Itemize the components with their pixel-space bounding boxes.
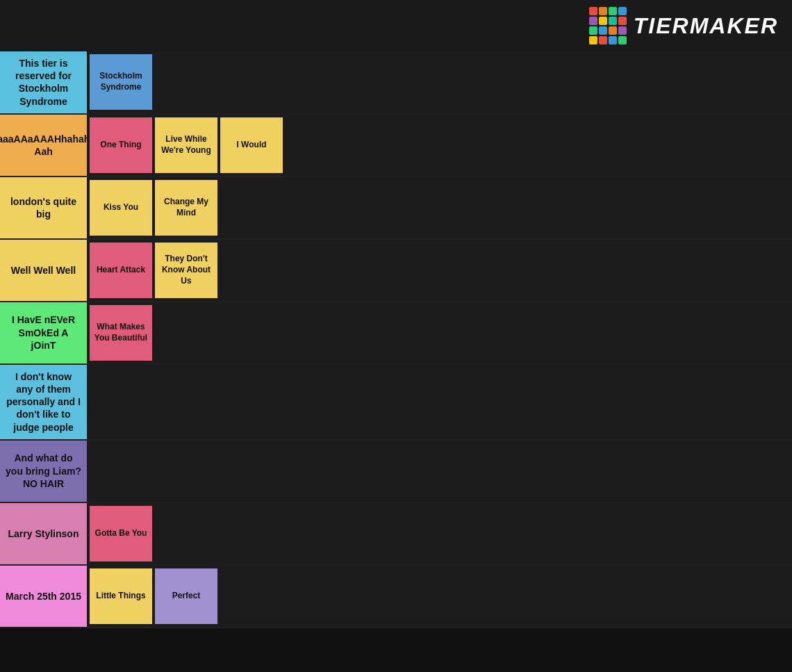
logo-cell-12 xyxy=(589,36,597,44)
logo-cell-0 xyxy=(589,7,597,15)
tier-item[interactable]: What Makes You Beautiful xyxy=(90,305,152,361)
tier-items: Gotta Be You xyxy=(87,503,792,564)
tier-item[interactable]: I Would xyxy=(220,117,283,173)
logo-cell-2 xyxy=(609,7,617,15)
tier-label: AaaaAAaAAAHhahahA Aah xyxy=(0,115,87,176)
logo-cell-1 xyxy=(599,7,607,15)
tier-row: March 25th 2015Little ThingsPerfect xyxy=(0,566,792,628)
tier-items: Stockholm Syndrome xyxy=(87,51,792,113)
tier-row: Well Well WellHeart AttackThey Don't Kno… xyxy=(0,240,792,302)
logo-cell-3 xyxy=(618,7,627,15)
tier-item[interactable]: Little Things xyxy=(90,568,152,624)
tier-item[interactable]: Heart Attack xyxy=(90,243,152,298)
tier-row: london's quite bigKiss YouChange My Mind xyxy=(0,177,792,240)
tier-item[interactable]: One Thing xyxy=(90,117,152,173)
tier-list: This tier is reserved for Stockholm Synd… xyxy=(0,51,792,628)
logo-cell-7 xyxy=(618,17,627,25)
logo-cell-8 xyxy=(589,26,597,35)
logo-cell-10 xyxy=(609,26,617,35)
header: TiERMAKER xyxy=(0,0,792,51)
logo-grid xyxy=(589,7,627,44)
tier-row: AaaaAAaAAAHhahahA AahOne ThingLive While… xyxy=(0,115,792,177)
tier-label: I don't know any of them personally and … xyxy=(0,365,87,439)
logo-cell-15 xyxy=(618,36,627,44)
tier-row: This tier is reserved for Stockholm Synd… xyxy=(0,51,792,115)
tier-item[interactable]: Live While We're Young xyxy=(155,117,217,173)
tier-item[interactable]: They Don't Know About Us xyxy=(155,243,217,298)
logo-cell-11 xyxy=(618,26,627,35)
logo-cell-5 xyxy=(599,17,607,25)
tier-label: Well Well Well xyxy=(0,240,87,301)
logo-cell-14 xyxy=(609,36,617,44)
tier-row: Larry StylinsonGotta Be You xyxy=(0,503,792,566)
tier-item[interactable]: Stockholm Syndrome xyxy=(90,54,152,110)
tier-row: I HavE nEVeR SmOkEd A jOinTWhat Makes Yo… xyxy=(0,302,792,365)
tier-label: london's quite big xyxy=(0,177,87,238)
tier-items: Heart AttackThey Don't Know About Us xyxy=(87,240,792,301)
tier-label: And what do you bring Liam? NO HAIR xyxy=(0,441,87,502)
tier-label: I HavE nEVeR SmOkEd A jOinT xyxy=(0,302,87,363)
logo-cell-9 xyxy=(599,26,607,35)
tier-item[interactable]: Change My Mind xyxy=(155,180,217,236)
tier-items: What Makes You Beautiful xyxy=(87,302,792,363)
tier-item[interactable]: Gotta Be You xyxy=(90,506,152,562)
tier-items: Kiss YouChange My Mind xyxy=(87,177,792,238)
tier-items: Little ThingsPerfect xyxy=(87,566,792,627)
tier-items: One ThingLive While We're YoungI Would xyxy=(87,115,792,176)
logo-text: TiERMAKER xyxy=(634,13,778,39)
tier-item[interactable]: Perfect xyxy=(155,568,217,624)
tier-items xyxy=(87,441,792,502)
tier-row: I don't know any of them personally and … xyxy=(0,365,792,441)
tier-label: This tier is reserved for Stockholm Synd… xyxy=(0,51,87,113)
tier-label: March 25th 2015 xyxy=(0,566,87,627)
logo-cell-6 xyxy=(609,17,617,25)
tier-items xyxy=(87,365,792,439)
logo-cell-13 xyxy=(599,36,607,44)
tier-label: Larry Stylinson xyxy=(0,503,87,564)
tier-item[interactable]: Kiss You xyxy=(90,180,152,236)
logo-cell-4 xyxy=(589,17,597,25)
tier-row: And what do you bring Liam? NO HAIR xyxy=(0,441,792,503)
